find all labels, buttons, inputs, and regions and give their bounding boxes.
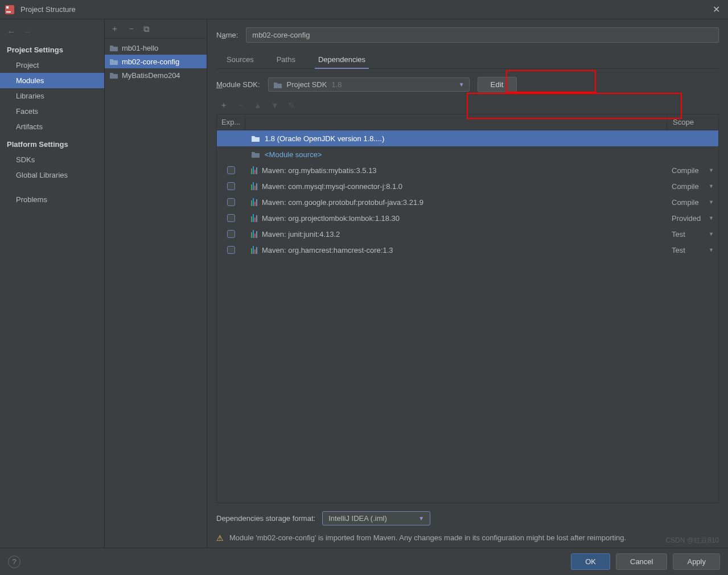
dep-label: <Module source> xyxy=(265,150,322,159)
tab-sources[interactable]: Sources xyxy=(221,51,260,68)
scope-value: Compile xyxy=(672,166,699,175)
chevron-down-icon: ▼ xyxy=(459,81,464,88)
dependency-table: Exp... Scope 1.8 (Oracle OpenJDK version… xyxy=(216,114,719,503)
export-cell xyxy=(217,230,245,238)
nav-forward-icon[interactable]: → xyxy=(23,27,32,37)
sdk-label: Module SDK: xyxy=(216,80,260,89)
apply-button[interactable]: Apply xyxy=(673,553,720,570)
sidebar-item-libraries[interactable]: Libraries xyxy=(0,88,104,104)
sidebar-item-sdks[interactable]: SDKs xyxy=(0,152,104,167)
sdk-row: Module SDK: Project SDK 1.8 ▼ Edit xyxy=(216,77,719,92)
table-row[interactable]: <Module source> xyxy=(217,146,718,162)
export-checkbox[interactable] xyxy=(227,230,235,238)
export-cell xyxy=(217,246,245,254)
titlebar: Project Structure ✕ xyxy=(0,0,728,19)
copy-module-icon[interactable]: ⧉ xyxy=(143,24,150,34)
dep-main-cell: Maven: org.projectlombok:lombok:1.18.30 xyxy=(245,214,667,223)
folder-icon xyxy=(109,71,118,79)
scope-cell[interactable]: Test▼ xyxy=(667,246,718,254)
sidebar-item-project[interactable]: Project xyxy=(0,57,104,73)
dep-main-cell: Maven: org.mybatis:mybatis:3.5.13 xyxy=(245,166,667,175)
col-export[interactable]: Exp... xyxy=(217,114,245,130)
table-row[interactable]: Maven: com.mysql:mysql-connector-j:8.1.0… xyxy=(217,178,718,194)
export-checkbox[interactable] xyxy=(227,214,235,222)
name-input[interactable] xyxy=(246,27,719,43)
module-item[interactable]: mb02-core-config xyxy=(105,55,207,68)
down-icon[interactable]: ▼ xyxy=(271,101,279,110)
module-column: ＋ － ⧉ mb01-hello mb02-core-config MyBati… xyxy=(105,19,207,548)
folder-icon xyxy=(109,44,118,52)
chevron-down-icon: ▼ xyxy=(418,515,424,521)
dep-label: 1.8 (Oracle OpenJDK version 1.8....) xyxy=(265,134,384,143)
footer: ? OK Cancel Apply xyxy=(0,548,728,575)
scope-cell[interactable]: Compile▼ xyxy=(667,166,718,175)
export-checkbox[interactable] xyxy=(227,198,235,206)
scope-cell[interactable]: Test▼ xyxy=(667,230,718,239)
module-item[interactable]: MyBatisDemo204 xyxy=(105,68,207,82)
dep-header: Exp... Scope xyxy=(217,114,718,130)
module-item[interactable]: mb01-hello xyxy=(105,41,207,55)
tab-paths[interactable]: Paths xyxy=(271,51,301,68)
cancel-button[interactable]: Cancel xyxy=(616,553,667,570)
edit-dep-icon[interactable]: ✎ xyxy=(288,101,295,110)
watermark: CSDN @红豆810 xyxy=(665,536,719,545)
dep-main-cell: Maven: com.mysql:mysql-connector-j:8.1.0 xyxy=(245,182,667,191)
nav-back-icon[interactable]: ← xyxy=(7,27,16,37)
dep-body: 1.8 (Oracle OpenJDK version 1.8....)<Mod… xyxy=(217,130,718,503)
ok-button[interactable]: OK xyxy=(571,553,610,570)
edit-button[interactable]: Edit xyxy=(478,77,517,92)
window-title: Project Structure xyxy=(20,5,709,14)
chevron-down-icon: ▼ xyxy=(709,199,714,205)
dep-main-cell: Maven: com.google.protobuf:protobuf-java… xyxy=(245,198,667,207)
app-icon xyxy=(5,5,15,15)
export-checkbox[interactable] xyxy=(227,246,235,254)
add-dep-icon[interactable]: ＋ xyxy=(220,100,228,110)
dep-main-cell: 1.8 (Oracle OpenJDK version 1.8....) xyxy=(245,134,667,143)
scope-cell[interactable]: Provided▼ xyxy=(667,214,718,223)
sidebar-item-artifacts[interactable]: Artifacts xyxy=(0,119,104,134)
scope-cell[interactable]: Compile▼ xyxy=(667,182,718,191)
chevron-down-icon: ▼ xyxy=(709,167,714,173)
sidebar-item-modules[interactable]: Modules xyxy=(0,73,104,88)
up-icon[interactable]: ▲ xyxy=(254,101,262,110)
remove-dep-icon[interactable]: － xyxy=(237,100,245,110)
dep-label: Maven: org.projectlombok:lombok:1.18.30 xyxy=(262,214,400,223)
col-main xyxy=(245,114,667,130)
help-icon[interactable]: ? xyxy=(8,556,20,568)
svg-rect-2 xyxy=(6,11,11,13)
col-scope[interactable]: Scope xyxy=(667,114,718,130)
module-label: mb02-core-config xyxy=(122,57,179,66)
section-platform-settings: Platform Settings xyxy=(0,134,104,152)
table-row[interactable]: Maven: org.hamcrest:hamcrest-core:1.3Tes… xyxy=(217,242,718,258)
export-checkbox[interactable] xyxy=(227,166,235,174)
table-row[interactable]: Maven: junit:junit:4.13.2Test▼ xyxy=(217,226,718,242)
close-icon[interactable]: ✕ xyxy=(709,4,723,15)
dep-label: Maven: com.google.protobuf:protobuf-java… xyxy=(262,198,423,207)
library-icon xyxy=(251,214,257,222)
sidebar: ← → Project Settings Project Modules Lib… xyxy=(0,19,105,548)
library-icon xyxy=(251,198,257,206)
table-row[interactable]: Maven: org.mybatis:mybatis:3.5.13Compile… xyxy=(217,162,718,178)
sdk-select[interactable]: Project SDK 1.8 ▼ xyxy=(268,77,470,92)
sidebar-item-facets[interactable]: Facets xyxy=(0,104,104,119)
add-module-icon[interactable]: ＋ xyxy=(110,23,119,34)
tab-dependencies[interactable]: Dependencies xyxy=(312,51,371,68)
library-icon xyxy=(251,246,257,254)
sdk-version: 1.8 xyxy=(331,80,342,89)
name-row: Name: xyxy=(216,27,719,43)
scope-cell[interactable]: Compile▼ xyxy=(667,198,718,207)
main: ← → Project Settings Project Modules Lib… xyxy=(0,19,728,548)
storage-select[interactable]: IntelliJ IDEA (.iml) ▼ xyxy=(322,511,430,525)
sidebar-item-global-libraries[interactable]: Global Libraries xyxy=(0,167,104,183)
remove-module-icon[interactable]: － xyxy=(127,23,135,34)
table-row[interactable]: Maven: com.google.protobuf:protobuf-java… xyxy=(217,194,718,210)
export-checkbox[interactable] xyxy=(227,182,235,190)
storage-row: Dependencies storage format: IntelliJ ID… xyxy=(216,511,719,525)
sidebar-item-problems[interactable]: Problems xyxy=(0,192,104,207)
module-toolbar: ＋ － ⧉ xyxy=(105,19,207,39)
folder-icon xyxy=(251,134,260,142)
storage-label: Dependencies storage format: xyxy=(216,514,315,523)
sdk-name: Project SDK xyxy=(287,80,327,89)
table-row[interactable]: 1.8 (Oracle OpenJDK version 1.8....) xyxy=(217,130,718,146)
table-row[interactable]: Maven: org.projectlombok:lombok:1.18.30P… xyxy=(217,210,718,226)
